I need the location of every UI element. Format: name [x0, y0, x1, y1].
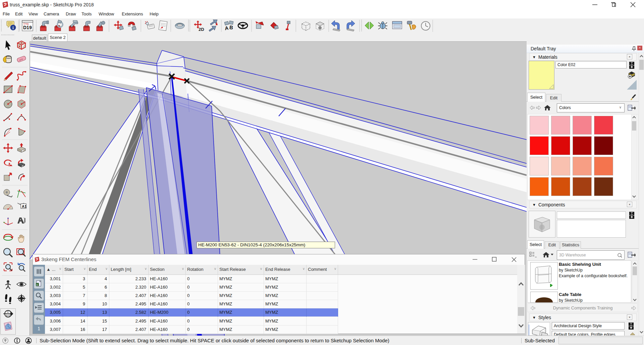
- svg-text:A: A: [224, 25, 229, 31]
- svg-text:A-S: A-S: [6, 314, 10, 317]
- svg-text:B: B: [229, 24, 233, 31]
- svg-text:HE-M200 EN53-62 - DIN1025-4 (2: HE-M200 EN53-62 - DIN1025-4 (220x206x15x…: [198, 242, 305, 247]
- svg-text:A1: A1: [22, 204, 26, 208]
- svg-text:2D: 2D: [199, 27, 204, 32]
- svg-text:C: C: [7, 310, 9, 313]
- svg-text:D19: D19: [23, 25, 32, 30]
- svg-text:x: x: [37, 283, 38, 286]
